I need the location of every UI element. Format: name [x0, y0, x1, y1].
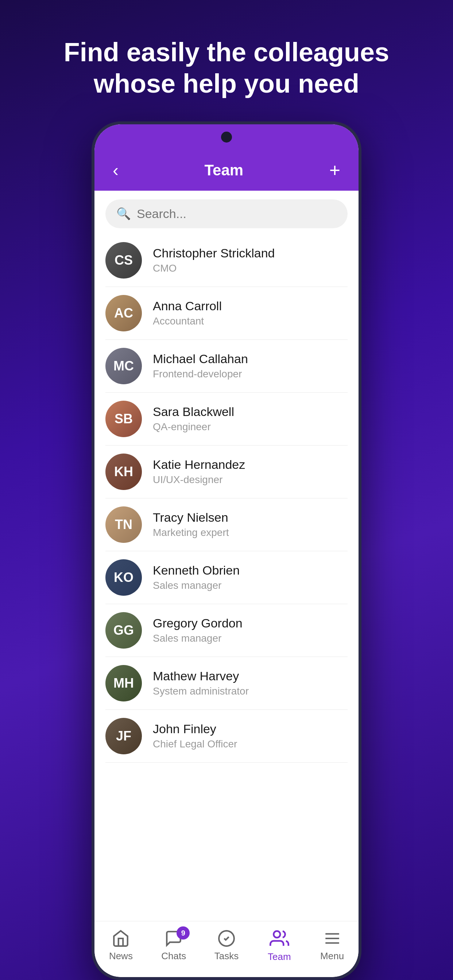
team-list: CS Christopher Strickland CMO AC Anna Ca…: [94, 234, 359, 921]
avatar-john: JF: [105, 718, 142, 754]
member-info-kenneth: Kenneth Obrien Sales manager: [153, 563, 239, 591]
team-member-katie[interactable]: KH Katie Hernandez UI/UX-designer: [105, 445, 348, 498]
avatar-sara: SB: [105, 401, 142, 437]
team-member-christopher[interactable]: CS Christopher Strickland CMO: [105, 234, 348, 287]
team-member-gregory[interactable]: GG Gregory Gordon Sales manager: [105, 604, 348, 657]
team-member-mathew[interactable]: MH Mathew Harvey System administrator: [105, 657, 348, 710]
nav-label-team: Team: [268, 951, 291, 963]
member-name-christopher: Christopher Strickland: [153, 246, 274, 260]
screen-title: Team: [205, 162, 244, 179]
team-member-anna[interactable]: AC Anna Carroll Accountant: [105, 287, 348, 340]
team-member-kenneth[interactable]: KO Kenneth Obrien Sales manager: [105, 551, 348, 604]
add-button[interactable]: +: [329, 161, 340, 180]
member-name-gregory: Gregory Gordon: [153, 616, 242, 630]
member-role-sara: QA-engineer: [153, 421, 234, 433]
back-button[interactable]: ‹: [113, 162, 118, 179]
member-info-katie: Katie Hernandez UI/UX-designer: [153, 458, 245, 485]
team-member-sara[interactable]: SB Sara Blackwell QA-engineer: [105, 393, 348, 445]
team-member-michael[interactable]: MC Michael Callahan Frontend-developer: [105, 340, 348, 393]
phone-top-bar: [94, 124, 359, 153]
phone-frame: ‹ Team + 🔍 CS Christopher Strickland CMO…: [91, 121, 362, 980]
member-role-gregory: Sales manager: [153, 633, 242, 644]
avatar-tracy: TN: [105, 506, 142, 543]
hero-title: Find easily the colleagues whose help yo…: [0, 37, 453, 100]
avatar-katie: KH: [105, 453, 142, 490]
member-info-john: John Finley Chief Legal Officer: [153, 722, 237, 750]
chats-badge: 9: [177, 926, 190, 940]
menu-icon: [323, 929, 341, 948]
nav-label-chats: Chats: [161, 950, 186, 962]
team-member-john[interactable]: JF John Finley Chief Legal Officer: [105, 710, 348, 763]
bottom-nav: News 9 Chats Tasks: [94, 921, 359, 977]
avatar-mathew: MH: [105, 665, 142, 702]
avatar-kenneth: KO: [105, 559, 142, 596]
nav-item-team[interactable]: Team: [257, 929, 301, 963]
member-role-kenneth: Sales manager: [153, 580, 239, 591]
member-info-mathew: Mathew Harvey System administrator: [153, 669, 249, 697]
member-info-gregory: Gregory Gordon Sales manager: [153, 616, 242, 644]
app-header: ‹ Team +: [94, 153, 359, 191]
member-role-christopher: CMO: [153, 262, 274, 274]
member-role-katie: UI/UX-designer: [153, 474, 245, 485]
member-name-anna: Anna Carroll: [153, 299, 222, 313]
search-bar: 🔍: [105, 199, 348, 228]
member-role-mathew: System administrator: [153, 686, 249, 697]
member-name-mathew: Mathew Harvey: [153, 669, 249, 683]
member-info-anna: Anna Carroll Accountant: [153, 299, 222, 327]
member-role-tracy: Marketing expert: [153, 527, 229, 538]
tasks-icon: [217, 929, 236, 948]
member-name-kenneth: Kenneth Obrien: [153, 563, 239, 578]
member-info-michael: Michael Callahan Frontend-developer: [153, 352, 248, 380]
avatar-gregory: GG: [105, 612, 142, 649]
search-icon: 🔍: [116, 207, 131, 221]
nav-item-menu[interactable]: Menu: [310, 929, 354, 962]
avatar-michael: MC: [105, 348, 142, 384]
phone-screen: ‹ Team + 🔍 CS Christopher Strickland CMO…: [94, 124, 359, 977]
member-name-katie: Katie Hernandez: [153, 458, 245, 472]
member-name-john: John Finley: [153, 722, 237, 736]
team-icon: [270, 929, 289, 948]
member-name-sara: Sara Blackwell: [153, 405, 234, 419]
nav-item-chats[interactable]: 9 Chats: [152, 929, 196, 962]
member-info-tracy: Tracy Nielsen Marketing expert: [153, 511, 229, 538]
avatar-anna: AC: [105, 295, 142, 331]
member-info-christopher: Christopher Strickland CMO: [153, 246, 274, 274]
member-role-john: Chief Legal Officer: [153, 738, 237, 750]
nav-item-tasks[interactable]: Tasks: [205, 929, 248, 962]
member-role-anna: Accountant: [153, 315, 222, 327]
nav-item-news[interactable]: News: [99, 929, 143, 962]
home-icon: [112, 929, 130, 948]
search-container: 🔍: [94, 191, 359, 234]
camera-notch: [221, 132, 232, 143]
avatar-christopher: CS: [105, 242, 142, 278]
search-input[interactable]: [137, 207, 337, 221]
nav-label-menu: Menu: [320, 950, 344, 962]
team-member-tracy[interactable]: TN Tracy Nielsen Marketing expert: [105, 498, 348, 551]
member-name-tracy: Tracy Nielsen: [153, 511, 229, 525]
member-role-michael: Frontend-developer: [153, 368, 248, 380]
member-name-michael: Michael Callahan: [153, 352, 248, 366]
nav-label-news: News: [109, 950, 133, 962]
nav-label-tasks: Tasks: [214, 950, 239, 962]
svg-point-1: [274, 931, 280, 938]
member-info-sara: Sara Blackwell QA-engineer: [153, 405, 234, 433]
